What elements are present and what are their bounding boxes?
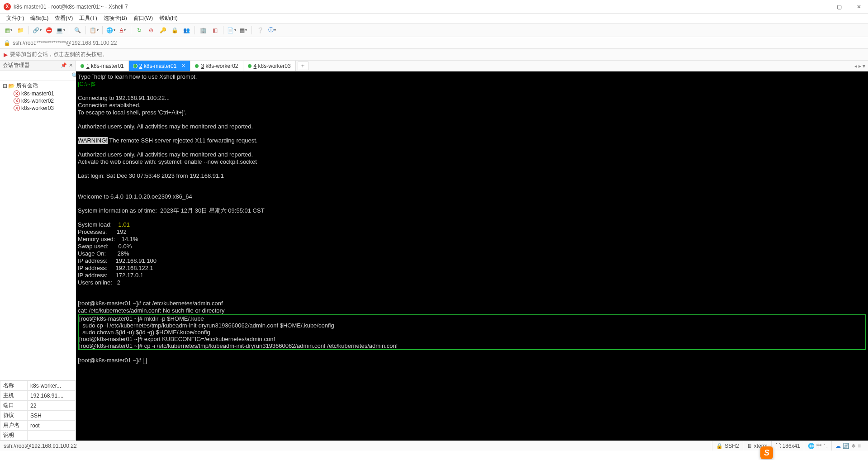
font-color-icon[interactable]: A	[118, 25, 128, 35]
prop-desc-value	[28, 431, 76, 441]
toolbar-separator	[251, 26, 252, 34]
hint-bar: ▶ 要添加当前会话，点击左侧的箭头按钮。	[0, 49, 868, 61]
minimize-button[interactable]: —	[814, 1, 825, 12]
tab-nav: ◂ ▸ ▾	[852, 61, 868, 71]
tree-item-master01[interactable]: X k8s-master01	[0, 90, 76, 97]
pin-icon[interactable]: 📌	[61, 62, 67, 68]
new-session-icon[interactable]: ▦	[4, 25, 14, 35]
menu-edit[interactable]: 编辑(E)	[28, 14, 51, 23]
flag-icon: ▶	[4, 52, 8, 58]
status-dot-icon	[248, 64, 251, 68]
building-icon[interactable]: 🏢	[198, 25, 208, 35]
terminal-cursor	[143, 358, 147, 364]
status-ssh: 🔒SSH2	[712, 441, 742, 451]
maximize-button[interactable]: ▢	[834, 1, 844, 12]
window-title: k8s-master01 - root@k8s-master01:~ - Xsh…	[14, 4, 814, 10]
host-icon: X	[14, 105, 20, 111]
terminal-tabs: 1 k8s-master01 2 k8s-master01 ✕ 3 k8s-wo…	[76, 61, 868, 71]
collapse-icon[interactable]: ⊟	[2, 83, 8, 89]
info-toolbar-icon[interactable]: ⓘ	[267, 25, 277, 35]
tray-icon[interactable]: 🔄	[843, 443, 849, 449]
tree-item-worker03[interactable]: X k8s-worker03	[0, 104, 76, 112]
menu-file[interactable]: 文件(F)	[4, 14, 27, 23]
menu-window[interactable]: 窗口(W)	[131, 14, 156, 23]
menu-help[interactable]: 帮助(H)	[157, 14, 180, 23]
tray-icon[interactable]: ≡	[858, 443, 861, 449]
status-dot-icon	[81, 64, 84, 68]
status-dot-icon	[195, 64, 199, 68]
host-icon: X	[14, 98, 20, 104]
menu-view[interactable]: 查看(V)	[52, 14, 76, 23]
add-tab-button[interactable]: +	[298, 62, 308, 70]
menu-tabs[interactable]: 选项卡(B)	[101, 14, 130, 23]
status-size: ⛶186x41	[771, 441, 804, 451]
layout-icon[interactable]: ▦	[238, 25, 248, 35]
refresh-icon[interactable]: ↻	[134, 25, 144, 35]
tree-item-label: k8s-worker03	[21, 105, 54, 111]
prop-host-key: 主机	[0, 391, 28, 401]
title-bar: X k8s-master01 - root@k8s-master01:~ - X…	[0, 0, 868, 14]
close-window-button[interactable]: ✕	[854, 1, 864, 12]
size-icon: ⛶	[775, 443, 781, 449]
sidebar-close-icon[interactable]: ✕	[69, 62, 73, 68]
prop-port-key: 端口	[0, 401, 28, 411]
prop-proto-key: 协议	[0, 411, 28, 421]
toolbar: ▦ 📁 🔗 ⛔ 💻 🔍 📋 🌐 A ↻ ⊘ 🔑 🔒 👥 🏢 ◧ 📄 ▦ ❔ ⓘ	[0, 24, 868, 37]
log-icon[interactable]: 📄	[227, 25, 237, 35]
status-connection: ssh://root@192.168.91.100:22	[4, 443, 712, 449]
tab-1[interactable]: 1 k8s-master01	[76, 61, 129, 71]
toolbar-separator	[85, 26, 86, 34]
sidebar-search: 🔍	[0, 71, 76, 81]
users-icon[interactable]: 👥	[181, 25, 191, 35]
address-text[interactable]: ssh://root:**************@192.168.91.100…	[13, 40, 864, 46]
sidebar-search-input[interactable]	[0, 71, 71, 80]
tab-2[interactable]: 2 k8s-master01 ✕	[129, 61, 191, 71]
tab-list-icon[interactable]: ▾	[863, 63, 865, 69]
prop-desc-key: 说明	[0, 431, 28, 441]
search-icon[interactable]: 🔍	[72, 25, 82, 35]
property-pane: 名称k8s-worker... 主机192.168.91.... 端口22 协议…	[0, 380, 76, 441]
tray-icon[interactable]: ❄	[851, 443, 856, 449]
tab-prev-icon[interactable]: ◂	[854, 63, 857, 69]
host-icon: X	[14, 90, 20, 97]
tab-next-icon[interactable]: ▸	[859, 63, 861, 69]
globe-icon[interactable]: 🌐	[106, 25, 116, 35]
terminal-output[interactable]: Type `help' to learn how to use Xshell p…	[76, 71, 868, 441]
status-tray: ☁ 🔄 ❄ ≡	[831, 441, 864, 451]
copy-icon[interactable]: 📋	[89, 25, 99, 35]
toolbar-separator	[28, 26, 29, 34]
session-manager-sidebar: 会话管理器 📌 ✕ 🔍 ⊟ 📂 所有会话 X k8s-master01 X k8…	[0, 61, 76, 441]
toolbar-separator	[223, 26, 223, 34]
open-session-icon[interactable]: 📁	[15, 25, 25, 35]
disconnect-icon[interactable]: ⛔	[44, 25, 54, 35]
status-encoding: 🌐中 ' ,	[804, 441, 831, 451]
prop-name-value: k8s-worker...	[28, 381, 76, 391]
tab-3[interactable]: 3 k8s-worker02	[190, 61, 243, 71]
ime-indicator-icon[interactable]: S	[760, 446, 773, 459]
tree-item-label: k8s-master01	[21, 90, 54, 97]
menu-tools[interactable]: 工具(T)	[76, 14, 100, 23]
status-bar: ssh://root@192.168.91.100:22 🔒SSH2 🖥xter…	[0, 441, 868, 451]
toolbar-separator	[194, 26, 195, 34]
prop-user-value: root	[28, 421, 76, 431]
tab-close-icon[interactable]: ✕	[181, 63, 185, 69]
status-dot-icon	[133, 64, 137, 68]
eraser-icon[interactable]: ◧	[210, 25, 220, 35]
local-shell-icon[interactable]: 💻	[56, 25, 66, 35]
lock-toolbar-icon[interactable]: 🔒	[170, 25, 180, 35]
lock-status-icon: 🔒	[716, 443, 723, 449]
menu-bar: 文件(F) 编辑(E) 查看(V) 工具(T) 选项卡(B) 窗口(W) 帮助(…	[0, 14, 868, 24]
folder-icon: 📂	[8, 83, 15, 89]
key-icon[interactable]: ⊘	[146, 25, 156, 35]
help-toolbar-icon[interactable]: ❔	[255, 25, 265, 35]
tree-item-worker02[interactable]: X k8s-worker02	[0, 97, 76, 104]
keys-icon[interactable]: 🔑	[158, 25, 168, 35]
reconnect-icon[interactable]: 🔗	[32, 25, 42, 35]
sidebar-header: 会话管理器 📌 ✕	[0, 61, 76, 71]
tab-4[interactable]: 4 k8s-worker03	[243, 61, 296, 71]
prop-host-value: 192.168.91....	[28, 391, 76, 401]
tray-icon[interactable]: ☁	[835, 443, 841, 449]
sidebar-title: 会话管理器	[3, 62, 30, 69]
tree-root[interactable]: ⊟ 📂 所有会话	[0, 81, 76, 90]
address-bar: 🔒 ssh://root:**************@192.168.91.1…	[0, 37, 868, 49]
